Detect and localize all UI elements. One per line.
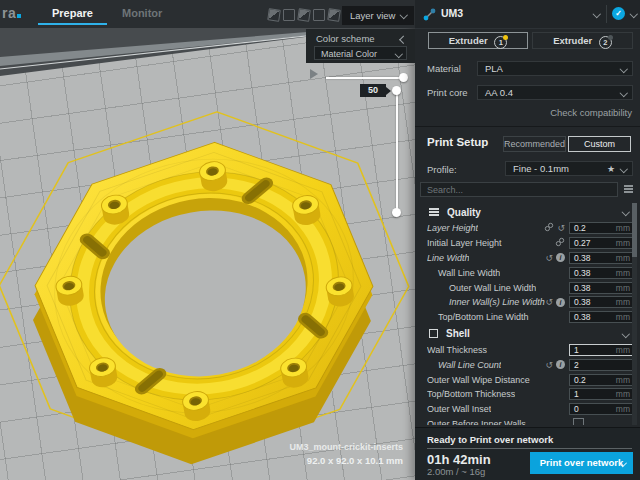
setting-row: Line Width↺i0.38mm [415,251,640,266]
tab-extruder-2[interactable]: Extruder 2 [532,32,633,49]
revert-icon[interactable]: ↺ [545,297,553,307]
chevron-down-icon[interactable] [621,208,629,216]
setting-value-field[interactable]: 1mm [569,344,635,356]
model-dimensions: 92.0 x 92.0 x 10.1 mm [289,454,403,468]
layer-slider-track[interactable] [396,90,398,213]
setting-value-field[interactable]: 2 [569,359,635,371]
unit-label: mm [616,283,630,293]
setting-value-field[interactable]: 0.2mm [569,222,635,234]
check-compatibility-link[interactable]: Check compatibility [550,107,632,118]
tab-monitor[interactable]: Monitor [122,0,162,26]
setting-value-field[interactable]: 0.38mm [569,282,635,294]
layer-slider-top-handle[interactable] [392,86,401,95]
setting-value-field[interactable]: 0.2mm [569,374,635,386]
setting-row: Wall Line Width0.38mm [415,265,640,280]
info-icon[interactable]: i [556,253,565,262]
setting-value-field[interactable]: 0.38mm [569,311,635,323]
print-core-dropdown[interactable]: AA 0.4 [477,85,633,100]
color-scheme-label: Color scheme [316,33,375,44]
app-logo: ra [2,5,21,21]
extruder-number-badge: 1 [494,36,507,49]
unit-label: mm [616,312,630,322]
link-icon[interactable] [544,222,554,234]
unit-label: mm [616,404,630,414]
unit-label: mm [616,297,630,307]
shell-icon [429,329,438,338]
print-over-network-button[interactable]: Print over network [530,452,633,474]
layer-slider-bottom-handle[interactable] [392,208,401,217]
info-icon[interactable]: i [556,360,565,369]
mode-recommended-button[interactable]: Recommended [503,136,566,152]
star-icon[interactable]: ★ [607,163,615,176]
setting-row: Wall Line Count↺i2 [415,357,640,372]
mode-custom-button[interactable]: Custom [568,136,631,152]
view-front-icon[interactable] [283,9,295,21]
view-right-icon[interactable] [327,8,341,22]
setting-row: Layer Height↺0.2mm [415,221,640,236]
info-icon[interactable]: i [556,298,565,307]
material-dropdown[interactable]: PLA [477,61,633,76]
setting-row: Outer Wall Inset0mm [415,402,640,417]
top-bar: ra Prepare Monitor Layer view [0,0,415,28]
chevron-down-icon [394,50,402,58]
setting-value-field[interactable]: 0.38mm [569,296,635,308]
chevron-down-icon [619,89,627,97]
chevron-down-icon[interactable] [621,330,629,338]
setting-value-field[interactable]: 0mm [569,403,635,415]
setting-row: Outer Wall Line Width0.38mm [415,280,640,295]
view-left-icon[interactable] [313,9,325,21]
link-icon[interactable] [555,237,565,249]
setting-value-field[interactable]: 1mm [569,388,635,400]
material-label: Material [427,63,461,74]
search-input[interactable] [420,182,618,197]
play-icon[interactable] [310,69,318,79]
tab-extruder-1[interactable]: Extruder 1 [428,32,528,49]
settings-section-header[interactable]: Shell [415,325,640,343]
collapse-icon[interactable] [399,36,407,44]
printer-header[interactable]: UM3 ✓ [415,0,640,29]
unit-label: mm [616,268,630,278]
revert-icon[interactable]: ↺ [545,360,553,370]
print-time: 01h 42min [427,452,491,467]
extruder-number-badge: 2 [599,36,612,49]
path-slider-track[interactable] [326,77,403,79]
scrollbar-track[interactable] [632,203,637,425]
profile-dropdown[interactable]: Fine - 0.1mm ★ [505,161,633,176]
chevron-down-icon [399,11,407,19]
setting-row: Top/Bottom Line Width0.38mm [415,310,640,325]
unit-label: mm [616,223,630,233]
printer-dropdown-icon[interactable] [593,10,601,18]
revert-icon[interactable]: ↺ [557,223,565,233]
quality-icon [429,208,439,210]
scrollbar-thumb[interactable] [632,203,637,257]
model-name: UM3_mount-crickit-inserts [289,440,403,454]
model-3d[interactable] [0,0,415,480]
setting-checkbox[interactable] [573,418,584,425]
cura-window: ra Prepare Monitor Layer view Color sche… [0,0,640,480]
material-color-dot [608,35,613,40]
connection-dropdown-icon[interactable] [630,10,638,18]
setting-value-field[interactable]: 0.27mm [569,237,635,249]
print-setup-title: Print Setup [427,136,488,148]
view-top-icon[interactable] [297,8,311,22]
viewport-3d[interactable]: ra Prepare Monitor Layer view Color sche… [0,0,415,480]
connection-check-icon[interactable]: ✓ [612,7,625,20]
setting-row: Outer Wall Wipe Distance0.2mm [415,372,640,387]
tab-prepare[interactable]: Prepare [52,0,93,26]
setting-value-field[interactable]: 0.38mm [569,267,635,279]
view-mode-dropdown[interactable]: Layer view [342,6,414,25]
output-panel: Ready to Print over network 01h 42min 2.… [415,427,640,480]
unit-label: mm [616,389,630,399]
setting-row: Inner Wall(s) Line Width↺i0.38mm [415,295,640,310]
color-scheme-dropdown[interactable]: Material Color [314,46,407,60]
material-color-dot [503,35,508,40]
path-slider-handle[interactable] [399,73,408,82]
setting-value-field[interactable]: 0.38mm [569,252,635,264]
setting-row: Wall Thickness1mm [415,343,640,358]
filter-menu-icon[interactable] [624,185,633,193]
sidebar: UM3 ✓ Extruder 1 Extruder 2 Material PLA… [415,0,640,480]
model-info: UM3_mount-crickit-inserts 92.0 x 92.0 x … [289,440,403,468]
settings-section-header[interactable]: Quality [415,203,640,221]
view-3d-icon[interactable] [267,8,281,22]
revert-icon[interactable]: ↺ [545,253,553,263]
